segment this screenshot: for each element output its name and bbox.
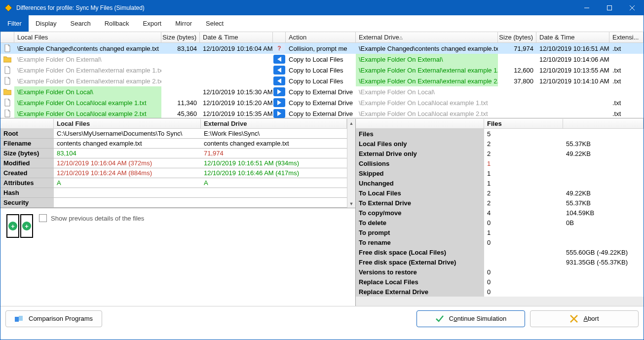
continue-simulation-button[interactable]: Continue Simulation (417, 310, 525, 327)
detail-row: Security (0, 198, 347, 208)
cell-local-path: \Example Folder On Local\local example 2… (14, 108, 161, 118)
scroll-down-icon[interactable]: ▼ (348, 200, 355, 207)
toolbar-export[interactable]: Export (136, 15, 169, 32)
cell-size-left: 45,360 (161, 108, 200, 118)
cell-size-left (161, 54, 200, 65)
cell-action: Copy to Local Files (286, 65, 356, 76)
cell-size-right (498, 108, 536, 118)
close-button[interactable] (621, 0, 644, 15)
svg-rect-6 (19, 316, 23, 321)
cell-date-right (536, 108, 609, 118)
col-action[interactable]: Action (286, 32, 356, 42)
cell-action: Collision, prompt me (286, 43, 356, 54)
show-previous-checkbox[interactable] (39, 214, 47, 222)
cell-extension (609, 54, 644, 65)
cell-local-path: \Example Folder On External\external exa… (14, 76, 161, 86)
col-external[interactable]: External Drive (356, 32, 498, 42)
cell-date-right: 12/10/2019 10:13:55 AM (536, 65, 609, 76)
minimize-button[interactable] (575, 0, 598, 15)
col-size-left[interactable]: Size (bytes) (161, 32, 200, 42)
abort-button[interactable]: Abort (530, 310, 639, 327)
toolbar-search[interactable]: Search (64, 15, 98, 32)
app-icon (4, 4, 12, 12)
details-head-local[interactable]: Local Files (54, 119, 201, 128)
table-row[interactable]: \Example Folder On External\external exa… (0, 65, 644, 76)
cell-action-icon[interactable] (273, 86, 286, 97)
detail-label: Modified (0, 159, 54, 167)
cell-external-path: \Example Folder On External\external exa… (356, 76, 498, 86)
stats-value-1: 2 (484, 139, 563, 149)
toolbar-select[interactable]: Select (199, 15, 230, 32)
row-icon (0, 54, 14, 65)
cell-size-right (498, 86, 536, 97)
cell-date-left: 12/10/2019 10:15:30 AM (200, 86, 273, 97)
stats-row: Replace External Drive0 (356, 287, 644, 297)
stats-row: To External Drive255.37KB (356, 198, 644, 208)
toolbar-display[interactable]: Display (29, 15, 64, 32)
stats-head-files[interactable]: Files (484, 119, 563, 128)
cell-external-path: \Example Changed\contents changed exampl… (356, 43, 498, 54)
preview-thumb-right[interactable]: + (20, 214, 33, 238)
toolbar-filter[interactable]: Filter (0, 15, 29, 32)
detail-local-value: 83,104 (54, 149, 201, 158)
col-icon[interactable] (0, 32, 14, 42)
plus-icon: + (22, 222, 31, 230)
detail-local-value (54, 198, 201, 207)
stats-value-2 (563, 168, 644, 178)
cell-action-icon[interactable] (273, 76, 286, 86)
cell-action-icon[interactable] (273, 97, 286, 108)
toolbar-rollback[interactable]: Rollback (98, 15, 136, 32)
stats-value-2: 49.22KB (563, 188, 644, 198)
stats-label: To delete (356, 219, 484, 227)
detail-external-value: 71,974 (201, 149, 347, 158)
detail-row: AttributesAA (0, 178, 347, 188)
table-row[interactable]: \Example Folder On Local\local example 1… (0, 97, 644, 108)
stats-value-2 (563, 237, 644, 247)
stats-value-1: 1 (484, 158, 563, 168)
stats-value-1: 1 (484, 227, 563, 237)
col-date-right[interactable]: Date & Time (536, 32, 609, 42)
stats-row: To prompt1 (356, 227, 644, 237)
stats-value-1: 2 (484, 198, 563, 208)
cell-date-left (200, 76, 273, 86)
cell-action-icon[interactable]: ? (273, 43, 286, 54)
table-row[interactable]: \Example Folder On Local\local example 2… (0, 108, 644, 118)
stats-value-1 (484, 257, 563, 267)
col-date-left[interactable]: Date & Time (200, 32, 273, 42)
col-extension[interactable]: Extensi... (609, 32, 644, 42)
table-row[interactable]: \Example Folder On External\Copy to Loca… (0, 54, 644, 65)
detail-label: Security (0, 199, 54, 206)
stats-row: Files5 (356, 129, 644, 139)
stats-label: To External Drive (356, 199, 484, 207)
stats-row: Versions to restore0 (356, 267, 644, 277)
cell-action-icon[interactable] (273, 65, 286, 76)
stats-value-2 (563, 277, 644, 287)
x-icon (569, 314, 578, 323)
scroll-up-icon[interactable]: ▲ (348, 120, 355, 126)
cell-action-icon[interactable] (273, 54, 286, 65)
stats-value-1: 4 (484, 208, 563, 218)
preview-thumb-left[interactable]: + (6, 214, 19, 238)
detail-row: Modified12/10/2019 10:16:04 AM (372ms)12… (0, 158, 347, 168)
details-head-external[interactable]: External Drive (201, 119, 347, 128)
cell-date-left (200, 65, 273, 76)
stats-value-1: 0 (484, 267, 563, 277)
comparison-programs-button[interactable]: Comparison Programs (5, 310, 102, 327)
toolbar-mirror[interactable]: Mirror (168, 15, 199, 32)
col-size-right[interactable]: Size (bytes) (498, 32, 536, 42)
cell-action-icon[interactable] (273, 108, 286, 118)
maximize-button[interactable] (598, 0, 621, 15)
detail-external-value: A (201, 178, 347, 188)
stats-label: Replace External Drive (356, 288, 484, 296)
stats-row: Local Files only255.37KB (356, 139, 644, 149)
cell-size-right: 71,974 (498, 43, 536, 54)
details-scrollbar[interactable]: ▲ ▼ (347, 119, 355, 208)
table-row[interactable]: \Example Folder On Local\12/10/2019 10:1… (0, 86, 644, 97)
stats-value-2: 0B (563, 218, 644, 227)
cell-date-left: 12/10/2019 10:16:04 AM (200, 43, 273, 54)
table-row[interactable]: \Example Changed\contents changed exampl… (0, 43, 644, 54)
stats-row: Free disk space (Local Files)555.60GB (-… (356, 247, 644, 257)
col-action-icon[interactable] (273, 32, 286, 42)
col-local[interactable]: Local Files (14, 32, 161, 42)
table-row[interactable]: \Example Folder On External\external exa… (0, 76, 644, 86)
